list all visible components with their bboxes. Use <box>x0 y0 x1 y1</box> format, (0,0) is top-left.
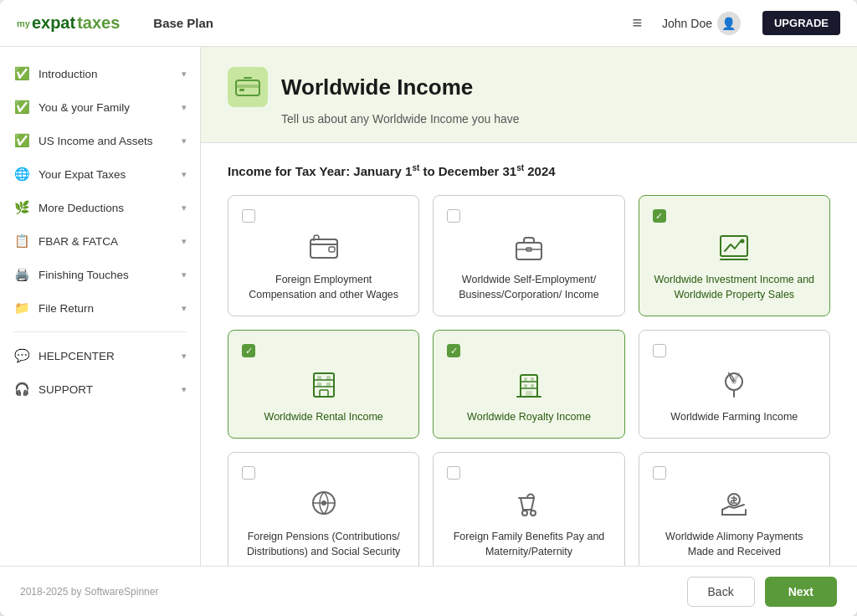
svg-point-26 <box>531 511 536 516</box>
card-checkbox-investment-income: ✓ <box>653 209 666 223</box>
card-checkbox-pensions <box>242 466 255 480</box>
app-logo: myexpattaxes <box>17 13 120 33</box>
svg-point-24 <box>321 501 326 506</box>
sidebar-item-finishing[interactable]: 🖨️ Finishing Touches ▾ <box>0 258 200 291</box>
sidebar-label-family: You & your Family <box>38 101 130 114</box>
svg-rect-11 <box>317 376 321 380</box>
svg-rect-17 <box>531 377 534 381</box>
card-self-employment[interactable]: Worldwide Self-Employment/ Business/Corp… <box>433 195 624 316</box>
card-icon-farming-income <box>653 357 816 410</box>
chevron-fbar: ▾ <box>182 236 187 247</box>
svg-rect-3 <box>310 239 337 258</box>
sidebar-item-more-deductions[interactable]: 🌿 More Deductions ▾ <box>0 191 200 224</box>
svg-rect-1 <box>236 85 259 88</box>
globe-icon: 🌐 <box>13 166 30 182</box>
plan-title: Base Plan <box>153 16 213 30</box>
sidebar-item-support[interactable]: 🎧 SUPPORT ▾ <box>0 372 200 406</box>
check-icon: ✅ <box>13 65 30 82</box>
sidebar: ✅ Introduction ▾ ✅ You & your Family ▾ ✅… <box>0 47 201 566</box>
doc-icon: 📋 <box>13 233 30 249</box>
cards-grid: Foreign Employment Compensation and othe… <box>228 195 830 566</box>
card-label-family-benefits: Foreign Family Benefits Pay and Maternit… <box>447 530 610 559</box>
svg-point-25 <box>522 511 527 516</box>
card-label-farming-income: Worldwide Farming Income <box>653 410 816 425</box>
card-icon-rental-income <box>242 357 405 410</box>
card-checkbox-farming-income <box>653 344 666 357</box>
card-label-pensions: Foreign Pensions (Contributions/ Distrib… <box>242 530 405 559</box>
chevron-introduction: ▾ <box>182 69 187 80</box>
svg-rect-2 <box>239 89 244 91</box>
sidebar-label-file: File Return <box>38 302 94 315</box>
card-icon-pensions <box>242 480 405 530</box>
card-checkbox-self-employment <box>447 209 460 223</box>
main-content: Worldwide Income Tell us about any World… <box>201 47 857 566</box>
sidebar-label-fbar: FBAR & FATCA <box>38 235 118 248</box>
app-header: myexpattaxes Base Plan ≡ John Doe 👤 UPGR… <box>0 0 857 47</box>
svg-rect-14 <box>326 382 331 387</box>
next-button[interactable]: Next <box>765 577 837 607</box>
chevron-us: ▾ <box>182 136 187 146</box>
sidebar-label-expat: Your Expat Taxes <box>38 168 126 181</box>
page-subtitle: Tell us about any Worldwide Income you h… <box>228 112 830 126</box>
sidebar-label-deductions: More Deductions <box>38 202 124 214</box>
card-label-rental-income: Worldwide Rental Income <box>242 410 405 425</box>
user-avatar: 👤 <box>717 12 741 35</box>
page-header: Worldwide Income Tell us about any World… <box>201 47 857 143</box>
card-label-self-employment: Worldwide Self-Employment/ Business/Corp… <box>447 273 610 302</box>
check-icon-family: ✅ <box>13 99 30 116</box>
sidebar-label-help: HELPCENTER <box>38 350 115 362</box>
footer-buttons: Back Next <box>687 577 837 607</box>
card-family-benefits[interactable]: Foreign Family Benefits Pay and Maternit… <box>433 452 624 566</box>
sidebar-divider <box>13 331 187 332</box>
svg-rect-4 <box>329 247 335 252</box>
upgrade-button[interactable]: UPGRADE <box>762 11 840 35</box>
card-alimony[interactable]: Worldwide Alimony Payments Made and Rece… <box>639 452 830 566</box>
card-label-foreign-employment: Foreign Employment Compensation and othe… <box>242 273 405 302</box>
sidebar-item-you-family[interactable]: ✅ You & your Family ▾ <box>0 90 200 124</box>
menu-icon[interactable]: ≡ <box>632 13 642 33</box>
card-icon-royalty-income <box>447 357 610 410</box>
chevron-support: ▾ <box>182 384 187 395</box>
sidebar-label-support: SUPPORT <box>38 383 93 396</box>
sidebar-item-us-income[interactable]: ✅ US Income and Assets ▾ <box>0 124 200 157</box>
leaf-icon: 🌿 <box>13 199 30 216</box>
card-pensions[interactable]: Foreign Pensions (Contributions/ Distrib… <box>228 452 419 566</box>
svg-rect-7 <box>721 236 747 256</box>
svg-point-22 <box>731 379 736 384</box>
page-header-icon <box>228 67 268 107</box>
doc2-icon: 🖨️ <box>13 266 30 283</box>
chevron-file: ▾ <box>182 303 187 314</box>
sidebar-item-file-return[interactable]: 📁 File Return ▾ <box>0 291 200 325</box>
back-button[interactable]: Back <box>687 577 755 607</box>
sidebar-item-expat-taxes[interactable]: 🌐 Your Expat Taxes ▾ <box>0 157 200 191</box>
cards-section: Income for Tax Year: January 1st to Dece… <box>201 143 857 566</box>
card-label-investment-income: Worldwide Investment Income and Worldwid… <box>653 273 816 302</box>
card-foreign-employment[interactable]: Foreign Employment Compensation and othe… <box>228 195 419 316</box>
card-royalty-income[interactable]: ✓ Worldwide Royalty Income <box>433 330 624 439</box>
svg-point-8 <box>741 239 745 244</box>
logo-expat: expat <box>32 13 75 33</box>
check-icon-us: ✅ <box>13 132 30 149</box>
svg-rect-16 <box>524 377 527 381</box>
card-checkbox-foreign-employment <box>242 209 255 223</box>
user-info[interactable]: John Doe 👤 <box>662 12 741 35</box>
card-farming-income[interactable]: Worldwide Farming Income <box>639 330 830 439</box>
svg-rect-13 <box>317 382 321 387</box>
chevron-help: ▾ <box>182 351 187 362</box>
sidebar-item-helpcenter[interactable]: 💬 HELPCENTER ▾ <box>0 339 200 372</box>
card-label-alimony: Worldwide Alimony Payments Made and Rece… <box>653 530 816 559</box>
svg-rect-9 <box>314 373 334 397</box>
card-icon-investment-income <box>653 223 816 273</box>
svg-rect-10 <box>320 390 328 397</box>
card-rental-income[interactable]: ✓ Worldwide Rental Income <box>228 330 419 439</box>
card-checkbox-family-benefits <box>447 466 460 480</box>
copyright: 2018-2025 by SoftwareSpinner <box>20 586 158 598</box>
sidebar-item-fbar[interactable]: 📋 FBAR & FATCA ▾ <box>0 224 200 258</box>
svg-rect-12 <box>326 376 331 380</box>
svg-rect-18 <box>524 384 527 388</box>
page-title: Worldwide Income <box>281 74 473 100</box>
chevron-deductions: ▾ <box>182 203 187 213</box>
card-investment-income[interactable]: ✓ Worldwide Investment Income and Worldw… <box>639 195 830 316</box>
svg-rect-19 <box>531 384 534 388</box>
sidebar-item-introduction[interactable]: ✅ Introduction ▾ <box>0 57 200 90</box>
